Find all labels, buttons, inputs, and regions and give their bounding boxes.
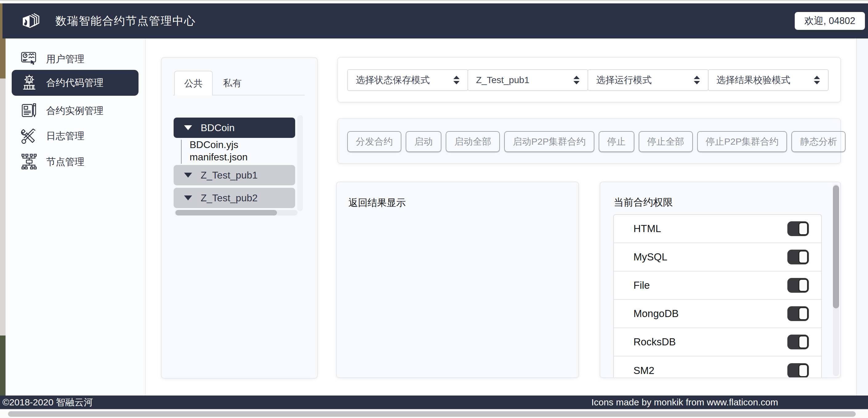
permission-row-mongodb: MongoDB <box>614 300 821 328</box>
tree-node-label: Z_Test_pub2 <box>201 192 258 204</box>
footer: ©2018-2020 智融云河 Icons made by monkik fro… <box>0 395 868 409</box>
sidebar-item-log-management[interactable]: 日志管理 <box>12 123 138 149</box>
caret-down-icon <box>184 196 192 200</box>
page-horizontal-scrollbar-track[interactable] <box>0 409 868 418</box>
permissions-list: HTML MySQL File MongoDB RocksDB SM2 <box>613 214 822 378</box>
html-toggle[interactable] <box>787 221 809 236</box>
tree-vertical-scrollbar[interactable] <box>297 115 303 211</box>
contract-select[interactable]: Z_Test_pub1 <box>468 69 589 91</box>
rocksdb-toggle[interactable] <box>787 335 809 349</box>
tree-children-group: BDCoin.yjs manifest.json <box>174 139 295 165</box>
distribute-contract-button[interactable]: 分发合约 <box>347 131 401 152</box>
caret-down-icon <box>184 173 192 178</box>
sidebar-item-user-management[interactable]: 用户管理 <box>12 47 138 72</box>
dashboard-pointer-icon <box>20 50 38 68</box>
select-value: 选择状态保存模式 <box>356 74 430 87</box>
tab-label: 公共 <box>184 77 203 90</box>
select-updown-icon <box>454 76 460 84</box>
permission-row-mysql: MySQL <box>614 243 821 271</box>
run-mode-select[interactable]: 选择运行模式 <box>588 69 709 91</box>
sidebar-item-label: 日志管理 <box>46 129 84 143</box>
permission-label: File <box>633 279 650 291</box>
tab-private[interactable]: 私有 <box>213 71 252 95</box>
result-display-panel: 返回结果显示 <box>336 182 579 378</box>
gear-columns-icon <box>20 74 38 92</box>
start-all-button[interactable]: 启动全部 <box>446 131 500 152</box>
permissions-scrollbar-thumb[interactable] <box>833 185 839 308</box>
permission-row-file: File <box>614 271 821 300</box>
page-horizontal-scrollbar-thumb[interactable] <box>8 411 856 417</box>
result-verify-mode-select[interactable]: 选择结果校验模式 <box>708 69 829 91</box>
sidebar: 用户管理 合约代码管理 合约实例管理 日志管理 <box>5 38 146 395</box>
state-save-mode-select[interactable]: 选择状态保存模式 <box>347 69 468 91</box>
notebook-pencil-icon <box>20 102 38 120</box>
permissions-panel-title: 当前合约权限 <box>614 196 673 209</box>
tree-leaf-manifest-json[interactable]: manifest.json <box>190 151 248 163</box>
caret-down-icon <box>184 125 192 130</box>
page-vertical-scrollbar-track[interactable] <box>856 38 868 395</box>
contract-permissions-panel: 当前合约权限 HTML MySQL File MongoDB RocksDB S… <box>599 182 841 378</box>
network-nodes-icon <box>20 153 38 171</box>
tree-horizontal-scrollbar[interactable] <box>175 210 298 215</box>
contract-actions-toolbar: 分发合约 启动 启动全部 启动P2P集群合约 停止 停止全部 停止P2P集群合约… <box>337 118 841 164</box>
select-updown-icon <box>574 76 580 84</box>
contract-tree-panel: 公共 私有 BDCoin BDCoin.yjs manifest.json Z_… <box>161 57 318 379</box>
permission-label: SM2 <box>633 365 654 377</box>
select-value: 选择运行模式 <box>596 74 652 87</box>
result-panel-title: 返回结果显示 <box>348 197 406 209</box>
tree-node-z-test-pub1[interactable]: Z_Test_pub1 <box>174 165 295 185</box>
sidebar-item-contract-code-management[interactable]: 合约代码管理 <box>12 70 138 96</box>
tree-node-label: Z_Test_pub1 <box>201 170 258 181</box>
permission-row-html: HTML <box>614 215 821 243</box>
tree-node-bdcoin[interactable]: BDCoin <box>174 118 295 138</box>
static-analysis-button[interactable]: 静态分析 <box>792 131 845 152</box>
tree-node-label: BDCoin <box>201 122 235 133</box>
toggle-knob <box>799 222 808 235</box>
start-button[interactable]: 启动 <box>406 131 441 152</box>
window-top-edge <box>0 0 868 3</box>
permission-row-sm2: SM2 <box>614 356 821 378</box>
mongodb-toggle[interactable] <box>787 306 809 321</box>
select-value: Z_Test_pub1 <box>476 75 529 85</box>
mode-select-toolbar: 选择状态保存模式 Z_Test_pub1 选择运行模式 选择结果校验模式 <box>337 57 841 102</box>
sm2-toggle[interactable] <box>787 363 809 378</box>
sidebar-item-label: 合约代码管理 <box>46 76 103 89</box>
sidebar-item-label: 合约实例管理 <box>46 104 103 117</box>
stop-p2p-cluster-button[interactable]: 停止P2P集群合约 <box>697 131 787 152</box>
mysql-toggle[interactable] <box>787 250 809 264</box>
file-toggle[interactable] <box>787 278 809 293</box>
welcome-user-button[interactable]: 欢迎, 04802 <box>795 12 865 30</box>
tab-public[interactable]: 公共 <box>174 71 213 95</box>
background-window-sliver-middle <box>0 79 5 335</box>
select-value: 选择结果校验模式 <box>717 74 790 87</box>
tree-node-z-test-pub2[interactable]: Z_Test_pub2 <box>174 188 295 208</box>
wrench-screwdriver-icon <box>20 127 38 145</box>
stop-all-button[interactable]: 停止全部 <box>639 131 693 152</box>
select-updown-icon <box>694 76 700 84</box>
app-logo-icon <box>20 12 41 30</box>
permission-label: MySQL <box>633 251 667 263</box>
icons-credit-text: Icons made by monkik from www.flaticon.c… <box>591 397 778 408</box>
toggle-knob <box>799 279 808 292</box>
copyright-text: ©2018-2020 智融云河 <box>2 396 93 409</box>
app-header: 数瑞智能合约节点管理中心 欢迎, 04802 <box>2 3 868 38</box>
tree-horizontal-scrollbar-thumb[interactable] <box>176 210 277 215</box>
permission-label: HTML <box>633 223 661 235</box>
toggle-knob <box>799 307 808 320</box>
permission-label: MongoDB <box>633 308 679 320</box>
sidebar-item-node-management[interactable]: 节点管理 <box>12 149 138 175</box>
toggle-knob <box>799 250 808 264</box>
toggle-knob <box>799 335 808 349</box>
stop-button[interactable]: 停止 <box>599 131 634 152</box>
permission-label: RocksDB <box>633 336 676 348</box>
permission-row-rocksdb: RocksDB <box>614 328 821 356</box>
page-title: 数瑞智能合约节点管理中心 <box>55 13 196 29</box>
tree-leaf-bdcoin-yjs[interactable]: BDCoin.yjs <box>190 139 238 151</box>
select-row: 选择状态保存模式 Z_Test_pub1 选择运行模式 选择结果校验模式 <box>347 69 829 91</box>
select-updown-icon <box>814 76 820 84</box>
sidebar-item-contract-instance-management[interactable]: 合约实例管理 <box>12 98 138 123</box>
toggle-knob <box>799 364 808 377</box>
start-p2p-cluster-button[interactable]: 启动P2P集群合约 <box>504 131 594 152</box>
tree-indent-guide <box>181 140 182 164</box>
background-window-sliver-bottom <box>0 335 5 395</box>
